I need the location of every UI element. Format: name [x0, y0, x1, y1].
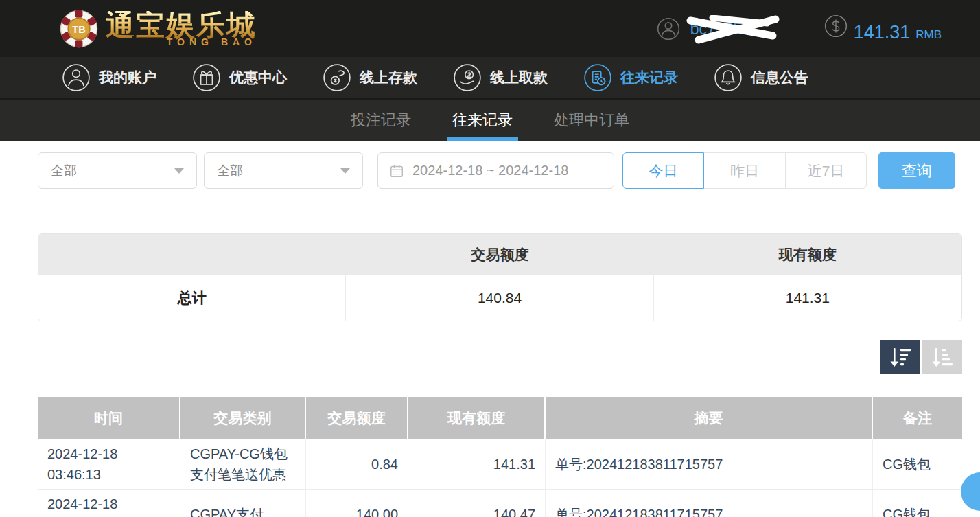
top-bar: TB 通宝娱乐城 TONG BAO bc7325 141.31 — [0, 0, 980, 57]
username[interactable]: bc7325 — [690, 15, 778, 43]
bell-icon — [714, 63, 743, 92]
nav-item-deposit[interactable]: 线上存款 — [323, 63, 417, 92]
sort-controls — [38, 340, 962, 374]
chevron-down-icon — [340, 168, 350, 174]
user-icon — [62, 63, 91, 92]
table-row: 2024-12-18 03:46:13 CGPAY-CG钱包支付笔笔送优惠 0.… — [38, 439, 962, 490]
record-subtabs: 投注记录 往来记录 处理中订单 — [0, 98, 980, 141]
table-header-row: 时间 交易类别 交易额度 现有额度 摘要 备注 — [38, 397, 962, 439]
summary-header-current: 现有额度 — [654, 234, 961, 275]
col-header-time: 时间 — [38, 397, 180, 439]
summary-total-row: 总计 140.84 141.31 — [38, 275, 961, 321]
records-icon — [583, 63, 612, 92]
col-header-amount: 交易额度 — [306, 397, 408, 439]
withdraw-icon — [453, 63, 482, 92]
cell-remark: CG钱包 — [873, 439, 962, 489]
brand-title: 通宝娱乐城 — [106, 11, 257, 40]
sort-descending-button[interactable] — [880, 340, 920, 374]
cell-remark: CG钱包 — [873, 490, 962, 517]
cell-summary: 单号:202412183811715757 — [546, 490, 873, 517]
svg-text:TB: TB — [72, 24, 85, 35]
summary-header-transaction: 交易额度 — [346, 234, 653, 275]
last7days-button[interactable]: 近7日 — [785, 152, 867, 189]
brand-logo[interactable]: TB 通宝娱乐城 TONG BAO — [59, 9, 257, 49]
cell-summary: 单号:202412183811715757 — [546, 439, 873, 489]
customer-service-bubble[interactable] — [961, 472, 980, 511]
gift-icon — [192, 63, 221, 92]
col-header-balance: 现有额度 — [408, 397, 546, 439]
nav-item-announcements[interactable]: 信息公告 — [714, 63, 808, 92]
date-range-input[interactable]: 2024-12-18 ~ 2024-12-18 — [377, 152, 614, 189]
cell-balance: 141.31 — [408, 439, 546, 489]
nav-item-withdraw[interactable]: 线上取款 — [453, 63, 548, 92]
col-header-type: 交易类别 — [180, 397, 306, 439]
main-nav: 我的账户 优惠中心 线上存款 线上取款 — [0, 57, 980, 98]
type-select[interactable]: 全部 — [38, 152, 197, 189]
dollar-icon — [824, 14, 848, 38]
cell-type: CGPAY支付 — [180, 490, 306, 517]
col-header-summary: 摘要 — [546, 397, 873, 439]
balance-display[interactable]: 141.31 RMB — [824, 14, 942, 43]
tab-pending-orders[interactable]: 处理中订单 — [533, 100, 650, 141]
summary-header-row: 交易额度 现有额度 — [38, 234, 961, 275]
summary-table: 交易额度 现有额度 总计 140.84 141.31 — [38, 233, 962, 321]
casino-chip-icon: TB — [59, 9, 99, 49]
category-select[interactable]: 全部 — [204, 152, 363, 189]
chevron-down-icon — [174, 168, 184, 174]
summary-total-label: 总计 — [38, 275, 346, 321]
cell-type: CGPAY-CG钱包支付笔笔送优惠 — [180, 439, 306, 489]
cell-balance: 140.47 — [408, 490, 546, 517]
tab-transaction-records[interactable]: 往来记录 — [432, 100, 533, 141]
quick-date-buttons: 今日 昨日 近7日 — [622, 152, 867, 189]
balance-amount: 141.31 — [854, 22, 911, 43]
summary-current-total: 141.31 — [654, 275, 961, 321]
account-area: bc7325 141.31 RMB — [656, 14, 942, 43]
summary-header-empty — [38, 234, 346, 275]
deposit-icon — [323, 63, 351, 92]
cell-amount: 140.00 — [306, 490, 408, 517]
calendar-icon — [389, 163, 404, 179]
cell-time: 2024-12-18 03:46:13 — [38, 490, 180, 517]
filter-bar: 全部 全部 2024-12-18 ~ 2024-12-18 今日 昨日 近7日 … — [38, 152, 962, 189]
sort-descending-icon — [889, 346, 912, 368]
yesterday-button[interactable]: 昨日 — [704, 152, 786, 189]
summary-transaction-total: 140.84 — [346, 275, 653, 321]
nav-item-my-account[interactable]: 我的账户 — [62, 63, 156, 92]
cell-time: 2024-12-18 03:46:13 — [38, 439, 180, 489]
nav-item-promotions[interactable]: 优惠中心 — [192, 63, 287, 92]
nav-item-transaction-records[interactable]: 往来记录 — [583, 63, 678, 92]
search-button[interactable]: 查询 — [878, 152, 955, 189]
cell-amount: 0.84 — [306, 439, 408, 489]
tab-betting-records[interactable]: 投注记录 — [330, 100, 432, 141]
balance-currency: RMB — [915, 28, 942, 42]
transactions-table: 时间 交易类别 交易额度 现有额度 摘要 备注 2024-12-18 03:46… — [38, 397, 962, 517]
active-tab-underline — [447, 137, 518, 141]
brand-subtitle: TONG BAO — [106, 37, 257, 47]
user-avatar-icon — [656, 16, 681, 41]
sort-ascending-button[interactable] — [922, 340, 962, 374]
col-header-remark: 备注 — [873, 397, 962, 439]
today-button[interactable]: 今日 — [622, 152, 704, 189]
sort-ascending-icon — [931, 346, 954, 368]
table-row: 2024-12-18 03:46:13 CGPAY支付 140.00 140.4… — [38, 490, 962, 517]
